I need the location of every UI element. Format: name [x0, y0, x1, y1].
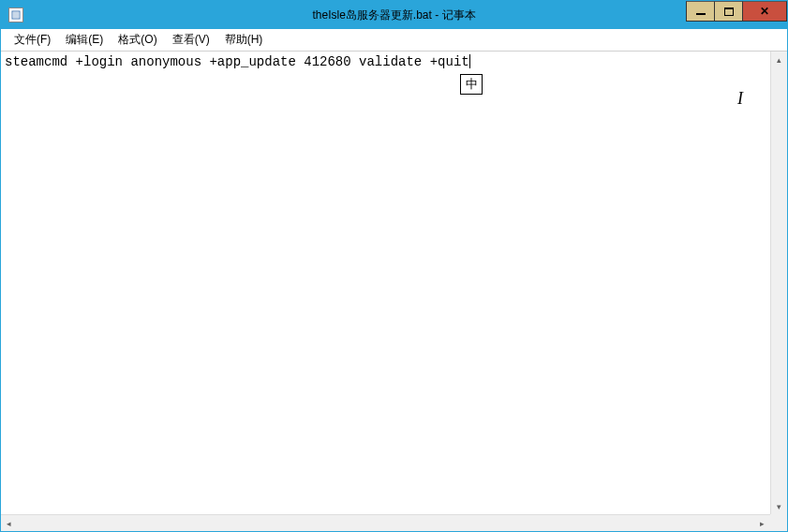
vertical-scrollbar[interactable]: ▴ ▾ [770, 52, 787, 514]
close-icon: ✕ [760, 5, 769, 18]
window-title: theIsle岛服务器更新.bat - 记事本 [312, 7, 475, 23]
scroll-left-button[interactable]: ◂ [1, 515, 17, 531]
text-editor[interactable]: steamcmd +login anonymous +app_update 41… [1, 52, 770, 514]
scrollbar-corner [770, 514, 787, 531]
window-controls: ✕ [686, 1, 787, 22]
menu-format[interactable]: 格式(O) [111, 29, 164, 51]
scroll-up-button[interactable]: ▴ [771, 52, 787, 67]
maximize-icon [724, 7, 734, 16]
text-cursor [469, 54, 470, 68]
scroll-right-button[interactable]: ▸ [754, 515, 770, 531]
menu-file[interactable]: 文件(F) [7, 29, 58, 51]
close-button[interactable]: ✕ [742, 1, 787, 22]
menu-edit[interactable]: 编辑(E) [58, 29, 111, 51]
chevron-right-icon: ▸ [760, 519, 765, 528]
chevron-down-icon: ▾ [777, 502, 781, 511]
menu-help[interactable]: 帮助(H) [217, 29, 271, 51]
app-icon [8, 7, 23, 22]
chevron-left-icon: ◂ [7, 519, 11, 528]
titlebar[interactable]: theIsle岛服务器更新.bat - 记事本 ✕ [1, 1, 787, 29]
menu-view[interactable]: 查看(V) [165, 29, 217, 51]
ime-label: 中 [466, 76, 478, 93]
editor-content: steamcmd +login anonymous +app_update 41… [5, 54, 469, 69]
minimize-icon [696, 13, 706, 15]
chevron-up-icon: ▴ [777, 55, 781, 65]
menubar: 文件(F) 编辑(E) 格式(O) 查看(V) 帮助(H) [1, 29, 787, 52]
maximize-button[interactable] [714, 1, 742, 22]
minimize-button[interactable] [686, 1, 714, 22]
content-area: steamcmd +login anonymous +app_update 41… [1, 52, 787, 531]
scroll-down-button[interactable]: ▾ [771, 498, 787, 514]
ime-indicator[interactable]: 中 [460, 74, 483, 95]
notepad-window: theIsle岛服务器更新.bat - 记事本 ✕ 文件(F) 编辑(E) 格式… [0, 0, 788, 532]
horizontal-scrollbar[interactable]: ◂ ▸ [1, 514, 770, 531]
